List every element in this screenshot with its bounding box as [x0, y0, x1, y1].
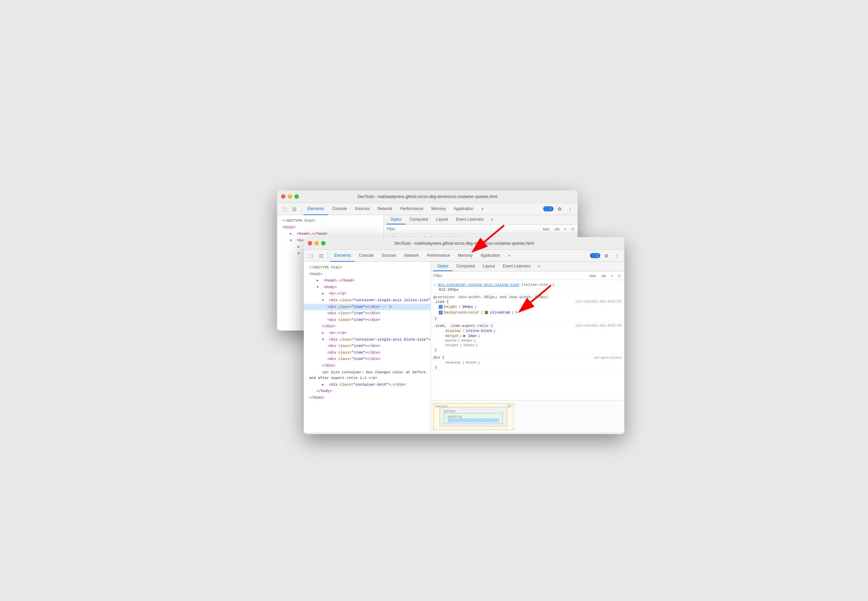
tab-computed-back[interactable]: Computed	[406, 215, 432, 224]
file-ref-3: css-contain…ies.html:44	[576, 324, 621, 328]
css-selector-3: .item, .item-aspect-ratio { css-contain……	[433, 324, 621, 328]
tab-event-listeners-front[interactable]: Event Listeners	[499, 262, 535, 271]
cursor-icon[interactable]: ⬚	[280, 204, 289, 214]
property-checkbox-bg[interactable]: ✓	[439, 311, 443, 314]
more-icon-front[interactable]: ⋮	[612, 251, 621, 261]
device-icon-front[interactable]: ⊡	[317, 251, 326, 261]
tab-styles-front[interactable]: Styles	[433, 262, 452, 271]
tab-network-back[interactable]: Network	[373, 203, 396, 215]
tab-sources-front[interactable]: Sources	[378, 250, 400, 262]
cls-button-front[interactable]: .cls	[599, 273, 608, 278]
property-checkbox-height[interactable]: ✓	[439, 305, 443, 309]
tab-list-front: Elements Console Sources Network Perform…	[330, 250, 589, 262]
close-button-back[interactable]	[281, 194, 285, 199]
dom-line: ▼ <body>	[304, 284, 430, 291]
tab-console-back[interactable]: Console	[328, 203, 351, 215]
dom-line: <html>	[277, 224, 384, 231]
dom-line: <div class="item"></div>	[304, 310, 430, 317]
css-selector-2: .item { css-contain…ies.html:67	[433, 300, 621, 304]
tab-application-back[interactable]: Application	[450, 203, 477, 215]
css-property: width: 200px;	[433, 338, 621, 343]
cursor-icon-front[interactable]: ⬚	[306, 251, 316, 261]
css-property: height: 200px;	[433, 343, 621, 348]
padding-label: padding	[448, 415, 462, 418]
minimize-button-back[interactable]	[288, 194, 292, 199]
tab-more-styles-front[interactable]: »	[535, 262, 543, 271]
hov-button-back[interactable]: :hov	[541, 226, 551, 232]
tab-list-back: Elements Console Sources Network Perform…	[303, 203, 542, 215]
devtools-window-front: DevTools - mathiasbynens.github.io/css-d…	[304, 237, 624, 434]
border-dash: -	[501, 409, 503, 413]
maximize-button-front[interactable]	[321, 241, 326, 246]
hov-button-front[interactable]: :hov	[588, 273, 597, 278]
tab-more-back[interactable]: »	[477, 203, 488, 215]
styles-tabs-front: Styles Computed Layout Event Listeners »	[431, 262, 624, 272]
filter-input-back[interactable]	[387, 227, 539, 231]
settings-icon-front[interactable]: ⚙	[602, 251, 611, 261]
css-rules-front: → div.container-single-axis.inline-size …	[431, 280, 624, 400]
at-rule-2: @container (min-width: 601px) and (max-w…	[433, 295, 621, 299]
filter-controls-front: :hov .cls + ◁	[588, 273, 621, 278]
title-bar-front: DevTools - mathiasbynens.github.io/css-d…	[304, 237, 624, 250]
tab-layout-front[interactable]: Layout	[479, 262, 499, 271]
tab-application-front[interactable]: Application	[477, 250, 504, 262]
tab-sources-back[interactable]: Sources	[351, 203, 373, 215]
dom-line: <html>	[304, 271, 430, 278]
dom-line: <div class="item"></div>	[304, 356, 430, 363]
selector-link-1[interactable]: div.container-single-axis.inline-size	[438, 283, 519, 287]
toolbar-back: ⬚ ⊡ Elements Console Sources Network Per…	[277, 203, 577, 215]
tab-performance-front[interactable]: Performance	[423, 250, 454, 262]
feedback-badge-back[interactable]: ⬚ 1	[543, 206, 554, 211]
toolbar-front: ⬚ ⊡ Elements Console Sources Network Per…	[304, 250, 624, 262]
tab-styles-back[interactable]: Styles	[387, 215, 406, 224]
css-property: display: inline-block;	[433, 328, 621, 333]
minimize-button-front[interactable]	[314, 241, 319, 246]
tab-layout-back[interactable]: Layout	[432, 215, 452, 224]
tab-performance-back[interactable]: Performance	[396, 203, 427, 215]
tab-memory-front[interactable]: Memory	[454, 250, 477, 262]
border-label: border	[444, 409, 456, 413]
add-property-btn[interactable]: +	[515, 310, 518, 316]
tab-computed-front[interactable]: Computed	[452, 262, 479, 271]
toggle-button-back[interactable]: ◁	[570, 226, 575, 232]
dom-line-selected[interactable]: <div class="item"></div> == $0	[304, 304, 430, 311]
device-icon[interactable]: ⊡	[290, 204, 299, 214]
close-button-front[interactable]	[308, 241, 312, 246]
tab-elements-back[interactable]: Elements	[303, 203, 328, 215]
settings-icon-back[interactable]: ⚙	[555, 204, 564, 214]
box-model-area: margin 10 border - padding	[431, 400, 624, 433]
css-rule-4: div { user agent stylesheet display: blo…	[431, 354, 624, 372]
tab-event-listeners-back[interactable]: Event Listeners	[452, 215, 488, 224]
dom-line: ▶ <p>…</p>	[304, 290, 430, 297]
css-property: display: block;	[433, 360, 621, 365]
toggle-button-front[interactable]: ◁	[616, 273, 621, 278]
color-swatch	[485, 311, 488, 314]
dom-line: </html>	[304, 395, 430, 401]
tab-elements-front[interactable]: Elements	[330, 250, 355, 262]
tab-network-front[interactable]: Network	[400, 250, 423, 262]
file-ref-4: user agent stylesheet	[594, 355, 621, 359]
css-property: margin: ▶ 10px;	[433, 333, 621, 338]
feedback-badge-front[interactable]: ⬚ 1	[590, 253, 600, 258]
cls-button-back[interactable]: .cls	[553, 226, 561, 232]
tab-more-styles-back[interactable]: »	[489, 215, 496, 224]
filter-input-front[interactable]	[433, 273, 586, 278]
dom-line: </div>	[304, 323, 430, 330]
tab-more-front[interactable]: »	[504, 250, 515, 262]
css-rule-3: .item, .item-aspect-ratio { css-contain……	[431, 323, 624, 354]
dom-line: <div class="item"></div>	[304, 343, 430, 349]
more-icon-back[interactable]: ⋮	[565, 204, 575, 214]
close-brace: }	[433, 365, 621, 370]
toolbar-right-front: ⬚ 1 ⚙ ⋮	[590, 251, 621, 261]
filter-bar-front: :hov .cls + ◁	[431, 272, 624, 280]
dom-line: </div>	[304, 363, 430, 369]
window-title-back: DevTools - mathiasbynens.github.io/css-d…	[358, 194, 497, 199]
plus-button-back[interactable]: +	[563, 226, 568, 232]
dom-line: </body>	[304, 388, 430, 395]
plus-button-front[interactable]: +	[610, 273, 614, 278]
maximize-button-back[interactable]	[294, 194, 299, 199]
margin-value: 10	[507, 404, 511, 408]
tab-console-front[interactable]: Console	[355, 250, 378, 262]
tab-memory-back[interactable]: Memory	[427, 203, 450, 215]
styles-panel-front: Styles Computed Layout Event Listeners »…	[431, 262, 624, 433]
